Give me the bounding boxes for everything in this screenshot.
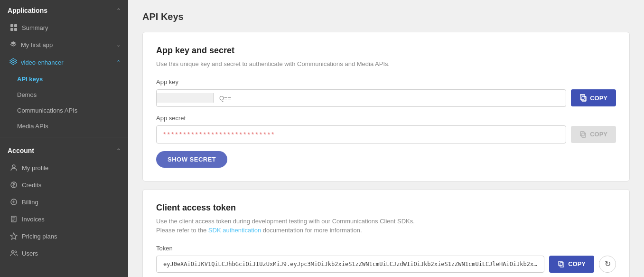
demos-label: Demos xyxy=(17,91,37,98)
sidebar-item-invoices[interactable]: Invoices xyxy=(0,210,128,228)
app-key-card-title: App key and secret xyxy=(156,46,616,56)
sidebar-item-api-keys[interactable]: API keys xyxy=(0,71,128,87)
summary-label: Summary xyxy=(22,24,48,31)
sidebar-account-header[interactable]: Account ⌃ xyxy=(0,140,128,159)
client-token-card-desc: Use the client access token during devel… xyxy=(156,217,616,235)
client-token-card-title: Client access token xyxy=(156,203,616,213)
svg-rect-0 xyxy=(10,24,13,27)
svg-marker-4 xyxy=(10,41,16,45)
sidebar-item-users[interactable]: Users xyxy=(0,245,128,262)
app-key-card: App key and secret Use this unique key a… xyxy=(142,32,630,181)
svg-rect-21 xyxy=(580,132,584,136)
video-enhancer-label: video-enhancer xyxy=(21,59,64,66)
sidebar-item-credits[interactable]: Credits xyxy=(0,176,128,193)
token-copy-button[interactable]: COPY xyxy=(549,256,594,273)
my-profile-label: My profile xyxy=(22,164,48,172)
sidebar-applications-header[interactable]: Applications ⌃ xyxy=(0,0,128,19)
svg-rect-1 xyxy=(14,24,17,27)
app-secret-value: **************************** xyxy=(163,131,276,138)
my-first-app-label: My first app xyxy=(21,41,53,48)
token-row: eyJ0eXAiOiJKV1QiLCJhbGciOiJIUzUxMiJ9.eyJ… xyxy=(156,256,616,273)
app-key-copy-button[interactable]: COPY xyxy=(571,89,616,106)
sidebar-item-my-first-app[interactable]: My first app ⌄ xyxy=(0,36,128,54)
communications-apis-label: Communications APIs xyxy=(17,107,77,114)
app-key-card-desc: Use this unique key and secret to authen… xyxy=(156,59,616,69)
svg-marker-14 xyxy=(10,233,17,239)
refresh-icon: ↻ xyxy=(605,259,611,268)
api-keys-label: API keys xyxy=(17,76,43,83)
client-token-desc-2: Please refer to the xyxy=(156,227,208,234)
token-value: eyJ0eXAiOiJKV1QiLCJhbGciOiJIUzUxMiJ9.eyJ… xyxy=(156,256,544,273)
pricing-plans-label: Pricing plans xyxy=(22,233,57,240)
token-copy-icon xyxy=(558,260,565,268)
svg-rect-22 xyxy=(560,263,564,267)
invoices-icon xyxy=(9,215,18,223)
users-icon xyxy=(9,249,18,258)
sidebar-item-media-apis[interactable]: Media APIs xyxy=(0,118,128,134)
video-enhancer-chevron: ⌃ xyxy=(116,59,121,66)
billing-icon xyxy=(9,198,18,206)
main-content: API Keys App key and secret Use this uni… xyxy=(128,0,644,277)
pricing-icon xyxy=(9,232,18,240)
svg-point-7 xyxy=(12,165,15,168)
app-key-label: App key xyxy=(156,78,616,86)
refresh-token-button[interactable]: ↻ xyxy=(599,256,616,273)
app-secret-input-row: **************************** COPY xyxy=(156,125,616,143)
sidebar-item-pricing-plans[interactable]: Pricing plans xyxy=(0,228,128,245)
sidebar-item-billing[interactable]: Billing xyxy=(0,193,128,210)
svg-rect-20 xyxy=(582,133,586,137)
app-secret-label: App secret xyxy=(156,115,616,122)
invoices-label: Invoices xyxy=(22,216,45,223)
layers-icon xyxy=(9,40,17,49)
billing-label: Billing xyxy=(22,199,38,206)
sidebar-item-communications-apis[interactable]: Communications APIs xyxy=(0,103,128,118)
account-chevron: ⌃ xyxy=(116,148,121,154)
my-first-app-chevron: ⌄ xyxy=(116,42,121,48)
app-key-prefix xyxy=(157,93,214,103)
chevron-up-icon: ⌃ xyxy=(116,8,121,14)
app-key-input xyxy=(156,89,566,107)
svg-rect-3 xyxy=(14,28,17,31)
divider xyxy=(0,137,128,137)
copy-icon xyxy=(579,94,587,102)
app-key-field[interactable] xyxy=(214,90,566,106)
show-secret-button[interactable]: SHOW SECRET xyxy=(156,151,227,168)
credits-label: Credits xyxy=(22,181,41,189)
svg-rect-18 xyxy=(580,95,584,99)
sidebar: Applications ⌃ Summary My first app ⌄ xyxy=(0,0,128,277)
video-enhancer-icon xyxy=(9,58,17,67)
svg-point-15 xyxy=(12,251,14,253)
account-label: Account xyxy=(8,147,34,154)
svg-point-16 xyxy=(15,251,17,253)
app-key-input-row: COPY xyxy=(156,89,616,107)
sidebar-item-summary[interactable]: Summary xyxy=(0,19,128,36)
client-token-card: Client access token Use the client acces… xyxy=(142,189,630,277)
applications-label: Applications xyxy=(8,7,47,14)
client-token-desc-3: documentation for more information. xyxy=(261,227,362,234)
page-title: API Keys xyxy=(142,11,630,22)
app-key-desc-text: Use this unique key and secret to authen… xyxy=(156,60,390,67)
grid-icon xyxy=(9,23,18,32)
credits-icon xyxy=(9,181,18,189)
svg-rect-2 xyxy=(10,28,13,31)
app-secret-copy-button[interactable]: COPY xyxy=(571,126,616,143)
token-label: Token xyxy=(156,245,616,252)
sidebar-item-video-enhancer[interactable]: video-enhancer ⌃ xyxy=(0,54,128,71)
app-secret-input: **************************** xyxy=(156,125,566,143)
sdk-auth-link[interactable]: SDK authentication xyxy=(208,227,261,234)
media-apis-label: Media APIs xyxy=(17,123,48,130)
sidebar-item-my-profile[interactable]: My profile xyxy=(0,159,128,176)
svg-rect-23 xyxy=(559,261,562,266)
copy-disabled-icon xyxy=(579,131,587,138)
users-label: Users xyxy=(22,250,38,257)
profile-icon xyxy=(9,163,18,172)
client-token-desc-1: Use the client access token during devel… xyxy=(156,218,415,225)
sidebar-item-demos[interactable]: Demos xyxy=(0,87,128,103)
